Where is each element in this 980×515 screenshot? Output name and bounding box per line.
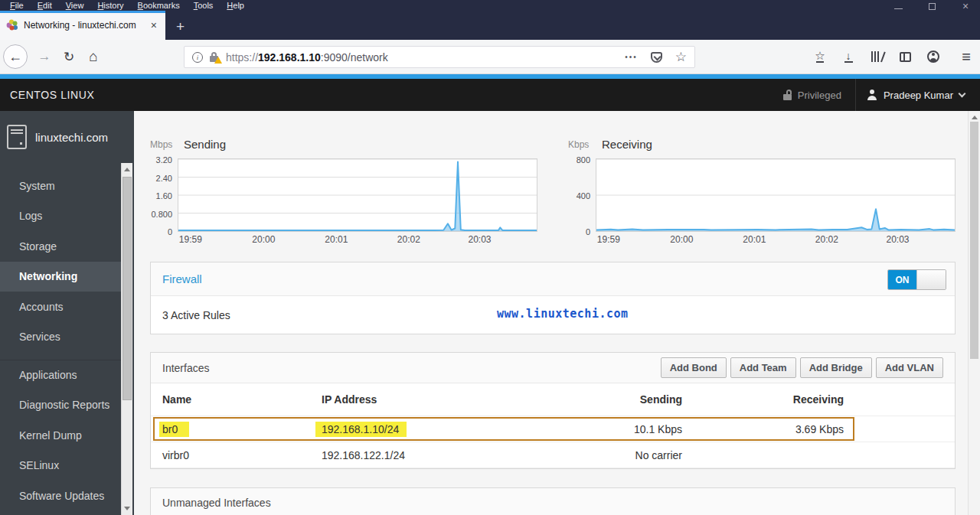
page-scrollbar-thumb[interactable] bbox=[970, 122, 978, 359]
unmanaged-interfaces-card: Unmanaged Interfaces bbox=[150, 487, 956, 515]
save-to-bookmarks-icon[interactable]: ☆ bbox=[811, 47, 829, 66]
chart-header: Mbps Sending bbox=[150, 134, 537, 158]
column-receiving: Receiving bbox=[682, 393, 844, 406]
add-vlan-button[interactable]: Add VLAN bbox=[876, 357, 943, 378]
restore-icon bbox=[929, 3, 936, 10]
scroll-up-icon[interactable] bbox=[972, 116, 978, 119]
sidebar-toggle-icon[interactable] bbox=[896, 47, 914, 66]
pocket-icon[interactable] bbox=[651, 52, 662, 63]
chart-body: 0400800 bbox=[568, 158, 956, 232]
bookmark-star-icon[interactable]: ☆ bbox=[675, 51, 687, 64]
sidebar-item-services[interactable]: Services bbox=[0, 322, 122, 353]
url-path: :9090/network bbox=[321, 51, 388, 64]
page-scrollbar[interactable] bbox=[968, 111, 980, 515]
sidebar-item-diagnostic-reports[interactable]: Diagnostic Reports bbox=[0, 390, 122, 421]
user-name: Pradeep Kumar bbox=[884, 90, 953, 101]
downloads-icon[interactable]: ↓ bbox=[839, 47, 858, 66]
minimize-button[interactable] bbox=[893, 1, 903, 11]
account-icon[interactable] bbox=[924, 47, 942, 66]
chevron-down-icon bbox=[959, 90, 966, 98]
window-controls: × bbox=[893, 1, 971, 11]
privileged-indicator[interactable]: Privileged bbox=[769, 79, 855, 111]
sidebar-item-applications[interactable]: Applications bbox=[0, 360, 122, 390]
interface-ip: 192.168.122.1/24 bbox=[322, 449, 528, 461]
firewall-card: Firewall ON 3 Active Rules www.linuxtech… bbox=[150, 262, 956, 334]
chart-plot bbox=[596, 158, 956, 232]
url-host: 192.168.1.10 bbox=[258, 51, 321, 64]
reload-button[interactable]: ↻ bbox=[57, 44, 81, 69]
add-bond-button[interactable]: Add Bond bbox=[661, 357, 727, 378]
y-tick-label: 0 bbox=[586, 227, 590, 237]
sidebar-item-kernel-dump[interactable]: Kernel Dump bbox=[0, 420, 122, 451]
forward-icon: → bbox=[38, 49, 51, 64]
chart-body: 00.8001.602.403.20 bbox=[150, 158, 537, 232]
add-team-button[interactable]: Add Team bbox=[730, 357, 796, 378]
x-tick-label: 20:01 bbox=[743, 234, 766, 245]
close-window-button[interactable]: × bbox=[960, 1, 971, 11]
back-button[interactable]: ← bbox=[3, 44, 28, 69]
x-tick-label: 20:03 bbox=[469, 234, 492, 245]
table-row-br0[interactable]: br0 192.168.1.10/24 10.1 Kbps 3.69 Kbps bbox=[151, 416, 955, 442]
menu-item-edit[interactable]: Edit bbox=[31, 0, 59, 11]
sidebar-item-system[interactable]: System bbox=[0, 171, 122, 201]
menu-hamburger-icon[interactable]: ≡ bbox=[957, 47, 975, 66]
firewall-toggle[interactable]: ON bbox=[887, 269, 946, 290]
unmanaged-title: Unmanaged Interfaces bbox=[162, 497, 271, 509]
y-axis-labels: 00.8001.602.403.20 bbox=[150, 158, 178, 232]
sidebar-scrollbar[interactable] bbox=[121, 163, 132, 515]
user-icon bbox=[867, 90, 877, 100]
menu-item-tools[interactable]: Tools bbox=[187, 0, 220, 11]
insecure-lock-icon[interactable] bbox=[210, 51, 219, 63]
scroll-down-icon[interactable] bbox=[124, 507, 130, 510]
y-tick-label: 1.60 bbox=[156, 191, 172, 201]
y-tick-label: 0 bbox=[168, 227, 172, 237]
page-actions-icon[interactable]: ••• bbox=[625, 53, 638, 61]
sidebar-item-software-updates[interactable]: Software Updates bbox=[0, 481, 122, 511]
menu-item-file[interactable]: File bbox=[3, 0, 31, 11]
forward-button[interactable]: → bbox=[32, 44, 57, 69]
new-tab-button[interactable]: + bbox=[165, 14, 195, 40]
home-icon: ⌂ bbox=[89, 48, 97, 65]
browser-tab-networking[interactable]: Networking - linuxtechi.com × bbox=[0, 11, 165, 40]
library-books bbox=[871, 51, 882, 62]
sidebar-item-networking[interactable]: Networking bbox=[0, 262, 122, 292]
sidebar-glyph bbox=[900, 52, 911, 62]
column-ip: IP Address bbox=[322, 393, 528, 406]
table-row-virbr0[interactable]: virbr0 192.168.122.1/24 No carrier bbox=[151, 442, 955, 468]
menu-item-bookmarks[interactable]: Bookmarks bbox=[131, 0, 187, 11]
menu-item-help[interactable]: Help bbox=[220, 0, 251, 11]
add-bridge-button[interactable]: Add Bridge bbox=[800, 357, 872, 378]
host-brand: linuxtechi.com bbox=[0, 111, 134, 161]
firewall-link[interactable]: Firewall bbox=[162, 272, 202, 285]
receiving-chart: Kbps Receiving 0400800 19:5920:0020:0120… bbox=[568, 134, 956, 244]
home-button[interactable]: ⌂ bbox=[81, 44, 106, 69]
firewall-rules-text: 3 Active Rules bbox=[162, 309, 230, 321]
library-icon[interactable] bbox=[867, 47, 886, 66]
chart-plot bbox=[178, 158, 537, 232]
menu-item-history[interactable]: History bbox=[90, 0, 130, 11]
url-bar[interactable]: i https://192.168.1.10:9090/network ••• … bbox=[184, 46, 695, 68]
sidebar-scrollbar-thumb[interactable] bbox=[122, 177, 132, 400]
interfaces-card-header: Interfaces Add Bond Add Team Add Bridge … bbox=[151, 353, 955, 383]
brand-title: CENTOS LINUX bbox=[0, 89, 94, 101]
user-menu[interactable]: Pradeep Kumar bbox=[856, 79, 975, 111]
close-tab-icon[interactable]: × bbox=[149, 19, 159, 31]
scroll-up-icon[interactable] bbox=[124, 168, 130, 171]
sidebar-item-storage[interactable]: Storage bbox=[0, 231, 122, 262]
sidebar-item-logs[interactable]: Logs bbox=[0, 201, 122, 232]
menu-item-view[interactable]: View bbox=[59, 0, 91, 11]
sidebar-nav: System Logs Storage Networking Accounts … bbox=[0, 171, 134, 511]
site-info-icon[interactable]: i bbox=[192, 52, 203, 63]
tab-title: Networking - linuxtechi.com bbox=[24, 20, 143, 31]
sidebar-item-selinux[interactable]: SELinux bbox=[0, 451, 122, 481]
firewall-card-header: Firewall ON bbox=[151, 262, 955, 296]
toggle-knob[interactable] bbox=[916, 270, 946, 289]
restore-button[interactable] bbox=[926, 1, 937, 11]
account-glyph bbox=[927, 51, 939, 63]
interface-name: virbr0 bbox=[162, 449, 322, 461]
sidebar-item-accounts[interactable]: Accounts bbox=[0, 292, 122, 322]
active-tab-stripe bbox=[0, 11, 165, 13]
x-tick-label: 20:01 bbox=[325, 234, 348, 245]
y-tick-label: 0.800 bbox=[151, 209, 172, 220]
toolbar-right-icons: ☆ ↓ ≡ bbox=[811, 40, 975, 73]
